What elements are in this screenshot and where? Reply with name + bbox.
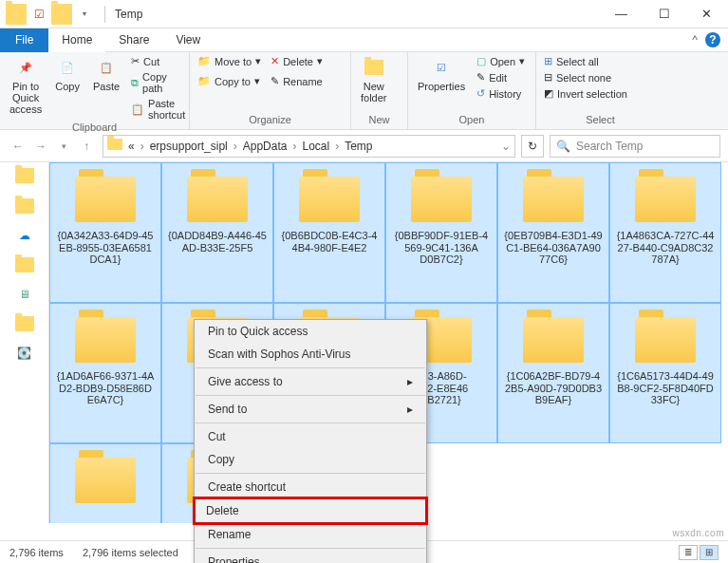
tree-thispc-icon[interactable]: 🖥	[19, 288, 30, 301]
address-dropdown-icon[interactable]: ⌄	[501, 140, 511, 153]
rename-button[interactable]: ✎Rename	[269, 74, 325, 88]
qa-folder-icon[interactable]	[51, 4, 72, 25]
selectall-icon: ⊞	[544, 55, 552, 67]
invert-selection-button[interactable]: ◩Invert selection	[542, 86, 629, 101]
cm-give-access[interactable]: Give access to▸	[195, 370, 426, 393]
nav-up-button[interactable]: ↑	[76, 136, 97, 157]
folder-item[interactable]: {0EB709B4-E3D1-49C1-BE64-036A7A9077C6}	[497, 162, 609, 303]
cm-cut[interactable]: Cut	[195, 425, 426, 448]
properties-button[interactable]: ☑ Properties	[414, 54, 469, 94]
folder-icon	[187, 177, 248, 222]
collapse-ribbon-icon[interactable]: ^	[692, 33, 698, 47]
status-selected-count: 2,796 items selected	[83, 547, 178, 558]
folder-name: {0BBF90DF-91EB-4569-9C41-136A	[392, 230, 491, 253]
cm-pin-quick-access[interactable]: Pin to Quick access	[195, 320, 426, 343]
tab-home[interactable]: Home	[48, 28, 105, 52]
paste-icon: 📋	[95, 56, 118, 79]
nav-recent-button[interactable]: ▾	[53, 136, 74, 157]
minimize-button[interactable]: —	[600, 0, 643, 28]
submenu-arrow-icon: ▸	[407, 375, 413, 388]
folder-icon	[523, 177, 584, 222]
folder-icon	[299, 177, 360, 222]
ribbon: 📌 Pin to Quick access 📄 Copy 📋 Paste ✂Cu…	[0, 52, 728, 130]
paste-shortcut-button[interactable]: 📋Paste shortcut	[129, 97, 187, 122]
cut-button[interactable]: ✂Cut	[129, 54, 187, 68]
tree-drive-icon[interactable]: 💽	[17, 347, 31, 360]
tab-file[interactable]: File	[0, 28, 48, 52]
tree-folder-icon[interactable]	[15, 198, 34, 214]
crumb-local[interactable]: Local	[298, 140, 333, 153]
group-open-label: Open	[414, 114, 530, 127]
edit-button[interactable]: ✎Edit	[475, 70, 527, 84]
address-bar[interactable]: «› erpsupport_sipl› AppData› Local› Temp…	[103, 135, 515, 158]
folder-item[interactable]: {0BBF90DF-91EB-4569-9C41-136AD0B7C2}	[385, 162, 497, 303]
folder-item[interactable]: {0ADD84B9-A446-45AD-B33E-25F5	[161, 162, 273, 303]
tree-onedrive-icon[interactable]: ☁	[19, 229, 30, 242]
paste-button[interactable]: 📋 Paste	[89, 54, 123, 94]
context-menu: Pin to Quick access Scan with Sophos Ant…	[194, 319, 427, 563]
copy-to-button[interactable]: 📁Copy to▾	[196, 74, 263, 88]
cm-delete[interactable]: Delete	[193, 497, 428, 525]
delete-button[interactable]: ✕Delete▾	[269, 54, 325, 68]
copy-path-button[interactable]: ⧉Copy path	[129, 70, 187, 95]
cm-create-shortcut[interactable]: Create shortcut	[195, 476, 426, 498]
nav-back-button[interactable]: ←	[8, 136, 28, 157]
folder-item[interactable]: {1A4863CA-727C-4427-B440-C9AD8C32787A}	[609, 162, 721, 303]
properties-icon: ☑	[430, 56, 453, 79]
history-button[interactable]: ↺History	[475, 86, 527, 101]
tree-folder-icon[interactable]	[15, 316, 34, 331]
folder-name: {0B6BDC0B-E4C3-44B4-980F-E4E2	[280, 230, 379, 253]
crumb-appdata[interactable]: AppData	[239, 140, 291, 153]
folder-name: {0EB709B4-E3D1-49C1-BE64-036A7A9077C6}	[504, 230, 603, 266]
new-folder-button[interactable]: New folder	[357, 54, 391, 105]
select-all-button[interactable]: ⊞Select all	[542, 54, 629, 68]
folder-item[interactable]: {1C06A2BF-BD79-42B5-A90D-79D0DB3B9EAF}	[497, 303, 609, 443]
tree-folder-icon[interactable]	[15, 257, 34, 272]
window-title: Temp	[109, 8, 142, 21]
search-input[interactable]: 🔍 Search Temp	[550, 135, 720, 158]
details-view-button[interactable]: ≣	[679, 545, 698, 560]
folder-item[interactable]: {0B6BDC0B-E4C3-44B4-980F-E4E2	[273, 162, 385, 303]
navigation-pane[interactable]: ☁ 🖥 💽	[0, 162, 49, 523]
pin-quick-access-button[interactable]: 📌 Pin to Quick access	[6, 54, 46, 117]
refresh-button[interactable]: ↻	[521, 135, 544, 158]
folder-name: {1C6A5173-44D4-49B8-9CF2-5F8D40FD33FC}	[616, 370, 715, 406]
qa-check-icon[interactable]: ☑	[28, 4, 49, 25]
nav-forward-button[interactable]: →	[30, 136, 51, 157]
group-organize-label: Organize	[196, 114, 345, 127]
close-button[interactable]: ✕	[685, 0, 728, 28]
folder-icon	[523, 317, 584, 363]
select-none-button[interactable]: ⊟Select none	[542, 70, 629, 84]
nav-bar: ← → ▾ ↑ «› erpsupport_sipl› AppData› Loc…	[0, 130, 728, 162]
tab-view[interactable]: View	[162, 28, 214, 52]
crumb-user[interactable]: erpsupport_sipl	[146, 140, 232, 153]
crumb-overflow[interactable]: «	[124, 140, 139, 153]
folder-item[interactable]: {1C6A5173-44D4-49B8-9CF2-5F8D40FD33FC}	[609, 303, 721, 443]
selectnone-icon: ⊟	[544, 71, 552, 84]
tab-share[interactable]: Share	[105, 28, 162, 52]
rename-icon: ✎	[271, 75, 279, 87]
cm-scan-antivirus[interactable]: Scan with Sophos Anti-Virus	[195, 343, 426, 366]
folder-name: {0A342A33-64D9-45EB-8955-03EA6581DCA1}	[56, 230, 155, 266]
folder-item[interactable]: {1AD6AF66-9371-4AD2-BDB9-D58E86DE6A7C}	[49, 303, 161, 443]
shortcut-icon: 📋	[131, 103, 144, 116]
qa-dropdown-icon[interactable]: ▾	[74, 4, 95, 25]
cm-rename[interactable]: Rename	[195, 523, 426, 546]
help-icon[interactable]: ?	[705, 32, 720, 47]
folder-name: {1AD6AF66-9371-4AD2-BDB9-D58E86DE6A7C}	[56, 370, 155, 406]
maximize-button[interactable]: ☐	[643, 0, 685, 28]
folder-icon	[75, 458, 136, 503]
icons-view-button[interactable]: ⊞	[700, 545, 719, 560]
ribbon-tabs: File Home Share View ^ ?	[0, 28, 728, 52]
cm-send-to[interactable]: Send to▸	[195, 398, 426, 421]
folder-item[interactable]: {0A342A33-64D9-45EB-8955-03EA6581DCA1}	[49, 162, 161, 303]
folder-icon	[635, 177, 696, 222]
crumb-temp[interactable]: Temp	[341, 140, 376, 153]
cm-copy[interactable]: Copy	[195, 448, 426, 471]
move-to-button[interactable]: 📁Move to▾	[196, 54, 263, 68]
open-button[interactable]: ▢Open▾	[475, 54, 527, 68]
copy-button[interactable]: 📄 Copy	[51, 54, 84, 94]
cm-properties[interactable]: Properties	[195, 551, 426, 563]
tree-folder-icon[interactable]	[15, 168, 34, 183]
folder-item[interactable]	[49, 443, 161, 523]
